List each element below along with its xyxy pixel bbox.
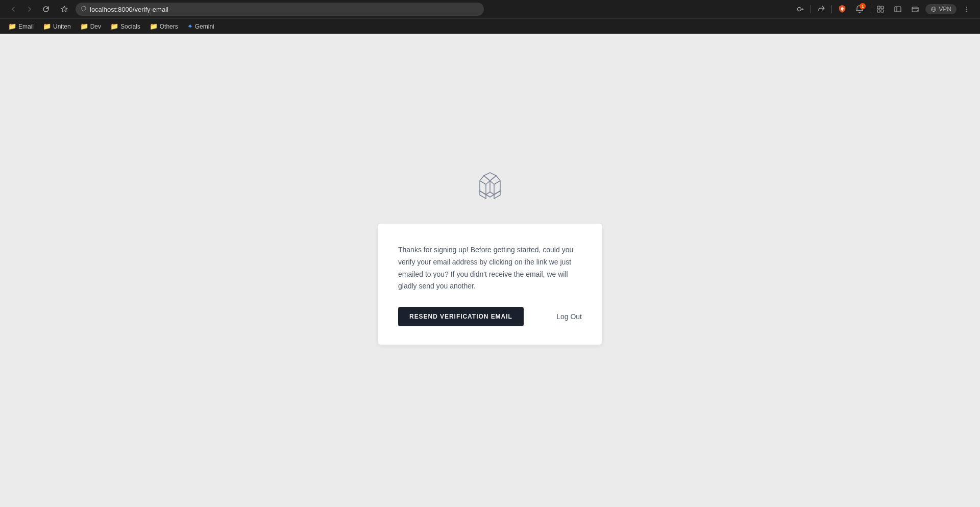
svg-rect-2 [881,6,884,9]
nav-buttons [6,2,53,16]
verify-email-card: Thanks for signing up! Before getting st… [378,224,602,345]
reload-button[interactable] [39,2,53,16]
key-icon-button[interactable] [793,2,807,16]
svg-rect-1 [877,6,880,9]
svg-rect-5 [895,7,901,12]
bookmark-dev-label: Dev [90,23,101,30]
laravel-logo [470,165,510,208]
vpn-label: VPN [939,6,951,13]
extensions-button[interactable] [873,2,888,16]
svg-rect-3 [877,10,880,12]
bookmark-uniten-label: Uniten [53,23,71,30]
svg-rect-4 [881,10,884,12]
svg-point-9 [966,7,967,8]
divider-1 [811,5,811,13]
bookmark-socials-label: Socials [120,23,140,30]
socials-folder-icon: 📁 [110,22,118,30]
wallet-button[interactable] [908,2,922,16]
bookmark-socials[interactable]: 📁 Socials [106,21,144,32]
verify-message: Thanks for signing up! Before getting st… [398,244,582,293]
svg-point-11 [966,11,967,12]
uniten-folder-icon: 📁 [43,22,51,30]
email-folder-icon: 📁 [8,22,16,30]
page-content: Thanks for signing up! Before getting st… [0,34,980,507]
verify-actions: RESEND VERIFICATION EMAIL Log Out [398,307,582,326]
back-button[interactable] [6,2,20,16]
bookmark-email-label: Email [18,23,34,30]
forward-button[interactable] [22,2,37,16]
bookmark-others-label: Others [160,23,178,30]
bookmark-email[interactable]: 📁 Email [4,21,38,32]
bookmark-gemini[interactable]: ✦ Gemini [183,21,218,32]
bookmark-gemini-label: Gemini [195,23,214,30]
sidebar-button[interactable] [891,2,905,16]
browser-chrome: localhost:8000/verify-email 1 [0,0,980,18]
bookmarks-bar: 📁 Email 📁 Uniten 📁 Dev 📁 Socials 📁 Other… [0,18,980,34]
gemini-icon: ✦ [187,22,193,30]
vpn-button[interactable]: VPN [925,4,957,14]
address-bar[interactable]: localhost:8000/verify-email [76,3,484,16]
browser-actions: 1 VPN [793,2,974,16]
brave-shield-button[interactable] [835,2,849,16]
svg-rect-6 [912,7,918,12]
share-button[interactable] [814,2,828,16]
bookmark-dev[interactable]: 📁 Dev [76,21,105,32]
notification-count: 1 [860,3,866,9]
others-folder-icon: 📁 [150,22,158,30]
bookmark-star-button[interactable] [57,2,71,16]
bookmark-uniten[interactable]: 📁 Uniten [39,21,75,32]
security-icon [81,6,87,13]
menu-button[interactable] [960,2,974,16]
divider-3 [870,5,870,13]
url-display: localhost:8000/verify-email [90,6,168,13]
svg-point-7 [917,10,918,11]
divider-2 [831,5,832,13]
dev-folder-icon: 📁 [80,22,88,30]
logout-link[interactable]: Log Out [556,312,582,321]
bookmark-others[interactable]: 📁 Others [145,21,182,32]
notification-button[interactable]: 1 [852,2,867,16]
svg-point-10 [966,9,967,10]
resend-verification-button[interactable]: RESEND VERIFICATION EMAIL [398,307,524,326]
